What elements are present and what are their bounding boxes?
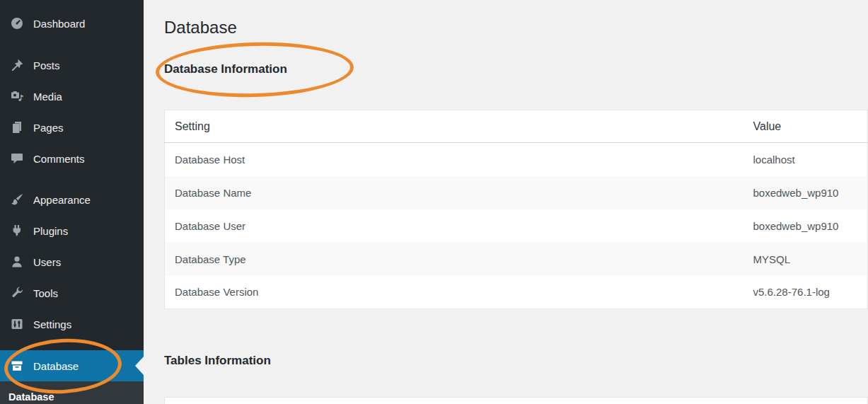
value-cell: boxedweb_wp910	[743, 176, 868, 209]
sidebar-item-pages[interactable]: Pages	[0, 112, 144, 143]
setting-cell: Database Type	[165, 243, 743, 276]
setting-cell: Database Name	[165, 176, 743, 209]
table-row: Database Host localhost	[165, 143, 868, 176]
brush-icon	[10, 192, 24, 207]
sidebar-item-label: Media	[33, 91, 62, 103]
sidebar-item-label: Comments	[33, 153, 85, 165]
value-cell: localhost	[743, 143, 868, 176]
camera-icon	[10, 89, 24, 103]
database-information-table: Setting Value Database Host localhost Da…	[164, 110, 868, 309]
sidebar-item-label: Pages	[33, 122, 64, 134]
submenu-item-database[interactable]: Database	[0, 381, 144, 404]
sidebar-item-database[interactable]: Database	[0, 350, 144, 381]
plug-icon	[10, 224, 24, 238]
table-row: Database Name boxedweb_wp910	[165, 176, 868, 209]
admin-menu: Dashboard Posts Media Pages Comments	[0, 0, 144, 381]
sidebar-item-media[interactable]: Media	[0, 81, 144, 112]
database-information-heading: Database Information	[164, 61, 868, 78]
dashboard-icon	[10, 16, 24, 30]
sidebar-item-label: Users	[33, 256, 61, 268]
sidebar-item-tools[interactable]: Tools	[0, 277, 144, 308]
page-title: Database	[164, 0, 868, 39]
wrench-icon	[10, 286, 24, 300]
database-icon	[10, 359, 24, 373]
pages-icon	[10, 120, 24, 134]
value-cell: v5.6.28-76.1-log	[743, 276, 868, 309]
sidebar-item-users[interactable]: Users	[0, 246, 144, 277]
table-row: Database User boxedweb_wp910	[165, 209, 868, 243]
column-header-value: Value	[743, 110, 868, 143]
sidebar-item-dashboard[interactable]: Dashboard	[0, 8, 144, 39]
active-item-arrow-icon	[135, 357, 144, 375]
sidebar-item-label: Database	[33, 360, 79, 372]
setting-cell: Database Host	[165, 143, 743, 176]
column-header-setting: Setting	[165, 110, 743, 143]
user-icon	[10, 255, 24, 269]
submenu-item-label: Database	[8, 391, 54, 403]
pushpin-icon	[10, 58, 24, 72]
sidebar-item-label: Posts	[33, 59, 60, 71]
sidebar-item-appearance[interactable]: Appearance	[0, 184, 144, 215]
tables-information-heading: Tables Information	[164, 352, 868, 369]
sidebar-item-label: Dashboard	[33, 18, 85, 30]
value-cell: MYSQL	[743, 243, 868, 276]
sidebar-item-label: Settings	[33, 318, 71, 330]
table-row: Database Type MYSQL	[165, 243, 868, 276]
sidebar-item-comments[interactable]: Comments	[0, 143, 144, 174]
sliders-icon	[10, 317, 24, 331]
setting-cell: Database Version	[165, 276, 743, 309]
main-content: Database Database Information Setting Va…	[144, 0, 868, 404]
table-header-row: Setting Value	[165, 110, 868, 143]
value-cell: boxedweb_wp910	[743, 209, 868, 243]
admin-sidebar: Dashboard Posts Media Pages Comments	[0, 0, 144, 404]
tables-information-table	[164, 397, 868, 404]
sidebar-item-settings[interactable]: Settings	[0, 308, 144, 340]
sidebar-item-label: Tools	[33, 287, 58, 299]
sidebar-item-label: Plugins	[33, 225, 68, 237]
setting-cell: Database User	[165, 209, 743, 243]
comment-icon	[10, 151, 24, 166]
sidebar-item-plugins[interactable]: Plugins	[0, 215, 144, 246]
sidebar-item-posts[interactable]: Posts	[0, 50, 144, 81]
table-row: Database Version v5.6.28-76.1-log	[165, 276, 868, 309]
sidebar-item-label: Appearance	[33, 194, 91, 206]
